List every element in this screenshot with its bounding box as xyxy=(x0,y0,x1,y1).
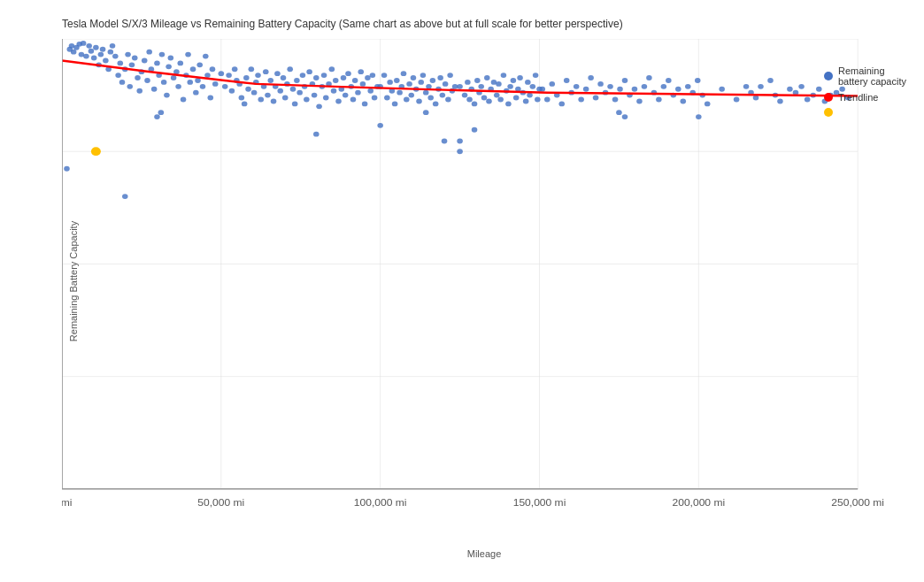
svg-point-78 xyxy=(196,62,203,67)
svg-point-271 xyxy=(798,84,805,89)
svg-point-48 xyxy=(125,52,131,57)
svg-point-39 xyxy=(103,58,109,64)
svg-point-259 xyxy=(705,101,711,106)
svg-point-164 xyxy=(406,81,412,87)
svg-point-135 xyxy=(335,99,342,104)
svg-point-117 xyxy=(292,101,298,106)
svg-point-171 xyxy=(423,90,429,96)
chart-area: Remaining Battery Capacity Mileage Remai… xyxy=(62,39,906,524)
svg-point-88 xyxy=(219,71,225,76)
svg-point-194 xyxy=(474,78,481,83)
svg-point-242 xyxy=(632,87,638,92)
svg-point-247 xyxy=(656,97,662,103)
svg-point-99 xyxy=(249,66,255,72)
svg-point-37 xyxy=(98,52,104,57)
svg-point-143 xyxy=(355,90,361,96)
svg-point-262 xyxy=(743,84,750,89)
svg-point-74 xyxy=(187,80,193,85)
svg-point-268 xyxy=(777,99,783,104)
svg-point-260 xyxy=(719,87,725,92)
svg-point-224 xyxy=(544,97,551,103)
svg-point-163 xyxy=(404,97,410,103)
svg-point-132 xyxy=(329,66,335,72)
svg-point-146 xyxy=(362,101,368,106)
svg-point-272 xyxy=(805,97,811,103)
svg-point-55 xyxy=(142,58,148,64)
svg-point-180 xyxy=(445,97,451,103)
svg-point-23 xyxy=(64,166,70,172)
svg-text:0 mi: 0 mi xyxy=(62,498,72,508)
svg-point-110 xyxy=(274,71,281,76)
svg-point-251 xyxy=(675,87,681,92)
svg-point-31 xyxy=(83,54,89,59)
svg-point-186 xyxy=(442,139,448,144)
svg-point-227 xyxy=(558,101,565,106)
svg-point-210 xyxy=(513,96,520,101)
legend-item-battery: Remainingbattery capacity xyxy=(824,65,906,87)
svg-point-159 xyxy=(394,78,400,83)
svg-point-86 xyxy=(154,114,160,119)
svg-point-82 xyxy=(207,96,213,101)
svg-point-26 xyxy=(71,50,77,55)
svg-point-202 xyxy=(494,93,500,98)
svg-point-106 xyxy=(265,93,271,98)
svg-point-141 xyxy=(350,97,357,103)
svg-point-199 xyxy=(486,99,492,104)
svg-point-257 xyxy=(622,114,628,119)
svg-point-266 xyxy=(767,78,774,83)
svg-point-222 xyxy=(472,127,478,133)
legend-dot-extra xyxy=(824,108,833,117)
svg-point-255 xyxy=(695,78,701,83)
chart-container: Tesla Model S/X/3 Mileage vs Remaining B… xyxy=(0,0,924,582)
legend-item-extra xyxy=(824,108,906,117)
svg-point-45 xyxy=(118,60,124,65)
svg-point-80 xyxy=(203,54,209,59)
legend-item-trendline: Trendline xyxy=(824,92,906,103)
svg-point-100 xyxy=(251,90,258,96)
svg-point-245 xyxy=(646,75,652,80)
svg-point-57 xyxy=(146,50,152,55)
svg-point-63 xyxy=(161,80,167,85)
svg-point-208 xyxy=(507,84,513,89)
svg-point-92 xyxy=(232,66,238,72)
svg-point-108 xyxy=(271,99,277,104)
svg-point-148 xyxy=(367,88,373,94)
svg-point-53 xyxy=(136,88,142,94)
svg-point-221 xyxy=(457,139,463,144)
svg-point-137 xyxy=(341,75,347,80)
svg-point-228 xyxy=(564,78,570,83)
svg-point-239 xyxy=(617,87,623,92)
svg-point-42 xyxy=(110,43,116,49)
svg-point-203 xyxy=(496,81,502,87)
svg-point-96 xyxy=(242,101,248,106)
svg-point-66 xyxy=(168,56,174,61)
svg-point-215 xyxy=(525,80,531,85)
svg-point-50 xyxy=(129,62,135,67)
svg-point-205 xyxy=(501,73,507,78)
svg-point-190 xyxy=(465,80,471,85)
svg-point-191 xyxy=(466,97,473,103)
svg-point-269 xyxy=(787,87,793,92)
svg-point-170 xyxy=(420,73,427,78)
svg-point-244 xyxy=(642,84,648,89)
svg-point-113 xyxy=(282,96,289,101)
svg-point-68 xyxy=(173,69,180,74)
svg-point-165 xyxy=(408,93,414,98)
svg-point-103 xyxy=(258,97,265,103)
svg-point-91 xyxy=(229,88,235,94)
svg-point-41 xyxy=(108,50,114,55)
y-axis-label: Remaining Battery Capacity xyxy=(68,221,79,341)
svg-point-144 xyxy=(358,69,364,74)
svg-point-265 xyxy=(758,84,764,89)
svg-point-34 xyxy=(91,56,97,61)
svg-point-197 xyxy=(481,96,488,101)
svg-point-116 xyxy=(290,87,296,92)
svg-point-155 xyxy=(384,96,390,101)
svg-point-219 xyxy=(535,97,541,103)
svg-point-98 xyxy=(245,87,251,92)
svg-point-138 xyxy=(343,93,349,98)
svg-point-123 xyxy=(306,69,312,74)
svg-point-70 xyxy=(177,60,183,65)
svg-point-32 xyxy=(86,43,92,49)
svg-point-62 xyxy=(159,52,166,57)
